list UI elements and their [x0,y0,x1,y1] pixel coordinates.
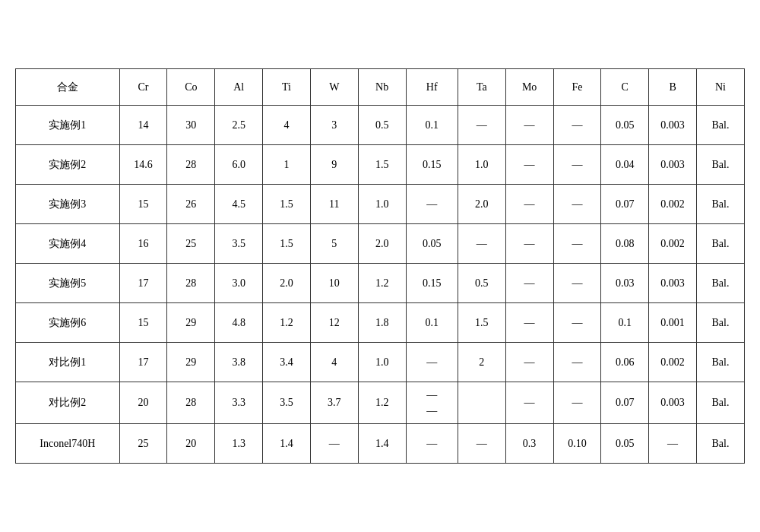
table-row: Inconel740H25201.31.4—1.4——0.30.100.05—B… [16,424,745,464]
cell-7-cr: 20 [119,382,167,424]
cell-4-ni: Bal. [697,264,745,303]
table-row: 实施例517283.02.0101.20.150.5——0.030.003Bal… [16,264,745,303]
cell-5-mo: — [505,303,553,343]
table-row: 实施例114302.5430.50.1———0.050.003Bal. [16,106,745,145]
cell-7-mo: — [505,382,553,424]
cell-4-w: 10 [310,264,358,303]
cell-2-ti: 1.5 [263,185,311,224]
cell-8-ni: Bal. [697,424,745,464]
cell-5-co: 29 [167,303,215,343]
cell-6-co: 29 [167,343,215,382]
cell-4-ta: 0.5 [458,264,505,303]
cell-7-b: 0.003 [649,382,697,424]
cell-0-ta: — [458,106,505,145]
cell-7-hf: —— [406,382,458,424]
cell-8-cr: 25 [119,424,167,464]
col-b: B [649,69,697,106]
cell-3-fe: — [553,224,601,264]
cell-0-hf: 0.1 [406,106,458,145]
table-row: 对比例220283.33.53.71.2————0.070.003Bal. [16,382,745,424]
cell-0-al: 2.5 [215,106,263,145]
cell-5-w: 12 [310,303,358,343]
cell-8-w: — [310,424,358,464]
cell-7-c: 0.07 [601,382,649,424]
cell-4-b: 0.003 [649,264,697,303]
cell-6-ta: 2 [458,343,505,382]
cell-8-nb: 1.4 [358,424,406,464]
cell-2-nb: 1.0 [358,185,406,224]
cell-6-cr: 17 [119,343,167,382]
col-cr: Cr [119,69,167,106]
cell-0-b: 0.003 [649,106,697,145]
cell-2-al: 4.5 [215,185,263,224]
cell-7-co: 28 [167,382,215,424]
cell-7-ni: Bal. [697,382,745,424]
cell-1-ni: Bal. [697,145,745,185]
cell-3-ni: Bal. [697,224,745,264]
cell-1-hf: 0.15 [406,145,458,185]
cell-7-fe: — [553,382,601,424]
cell-4-cr: 17 [119,264,167,303]
cell-1-co: 28 [167,145,215,185]
cell-1-ti: 1 [263,145,311,185]
cell-2-name: 实施例3 [16,185,120,224]
col-alloy: 合金 [16,69,120,106]
cell-8-b: — [649,424,697,464]
cell-4-c: 0.03 [601,264,649,303]
cell-1-fe: — [553,145,601,185]
cell-2-cr: 15 [119,185,167,224]
cell-7-al: 3.3 [215,382,263,424]
cell-2-w: 11 [310,185,358,224]
cell-1-ta: 1.0 [458,145,505,185]
cell-3-b: 0.002 [649,224,697,264]
cell-8-name: Inconel740H [16,424,120,464]
col-ni: Ni [697,69,745,106]
cell-1-cr: 14.6 [119,145,167,185]
cell-5-ti: 1.2 [263,303,311,343]
table-row: 实施例615294.81.2121.80.11.5——0.10.001Bal. [16,303,745,343]
col-nb: Nb [358,69,406,106]
cell-6-ni: Bal. [697,343,745,382]
cell-0-name: 实施例1 [16,106,120,145]
cell-0-mo: — [505,106,553,145]
col-al: Al [215,69,263,106]
cell-6-mo: — [505,343,553,382]
cell-6-c: 0.06 [601,343,649,382]
col-ta: Ta [458,69,505,106]
cell-8-fe: 0.10 [553,424,601,464]
cell-6-name: 对比例1 [16,343,120,382]
cell-0-ti: 4 [263,106,311,145]
cell-8-ti: 1.4 [263,424,311,464]
cell-5-ta: 1.5 [458,303,505,343]
cell-5-al: 4.8 [215,303,263,343]
table-row: 实施例315264.51.5111.0—2.0——0.070.002Bal. [16,185,745,224]
cell-6-hf: — [406,343,458,382]
cell-0-nb: 0.5 [358,106,406,145]
cell-0-ni: Bal. [697,106,745,145]
cell-8-c: 0.05 [601,424,649,464]
col-fe: Fe [553,69,601,106]
cell-0-co: 30 [167,106,215,145]
cell-3-al: 3.5 [215,224,263,264]
cell-1-al: 6.0 [215,145,263,185]
col-hf: Hf [406,69,458,106]
cell-4-co: 28 [167,264,215,303]
cell-6-ti: 3.4 [263,343,311,382]
cell-2-ni: Bal. [697,185,745,224]
cell-2-hf: — [406,185,458,224]
cell-5-cr: 15 [119,303,167,343]
table-row: 实施例416253.51.552.00.05———0.080.002Bal. [16,224,745,264]
cell-3-cr: 16 [119,224,167,264]
cell-6-b: 0.002 [649,343,697,382]
cell-3-mo: — [505,224,553,264]
cell-3-c: 0.08 [601,224,649,264]
cell-0-c: 0.05 [601,106,649,145]
cell-8-al: 1.3 [215,424,263,464]
cell-3-w: 5 [310,224,358,264]
cell-2-co: 26 [167,185,215,224]
cell-4-al: 3.0 [215,264,263,303]
cell-6-fe: — [553,343,601,382]
cell-4-mo: — [505,264,553,303]
header-row: 合金 Cr Co Al Ti W Nb Hf Ta Mo Fe C B Ni [16,69,745,106]
cell-1-mo: — [505,145,553,185]
